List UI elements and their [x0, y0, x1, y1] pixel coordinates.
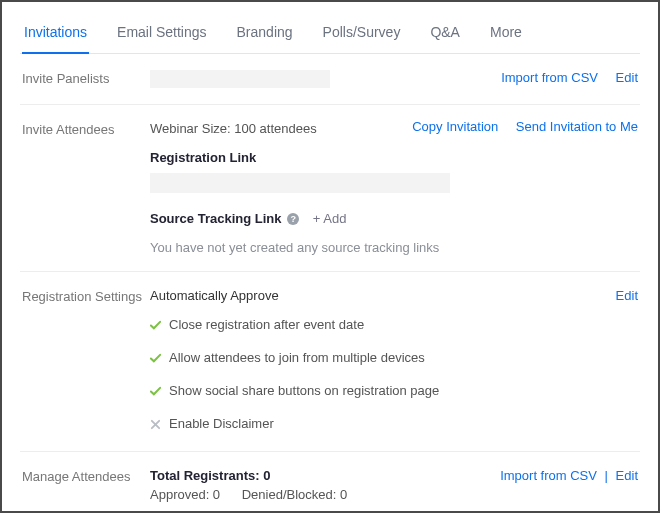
tab-branding[interactable]: Branding: [235, 16, 295, 54]
info-icon[interactable]: ?: [287, 213, 299, 225]
opt-close-registration: Close registration after event date: [150, 317, 602, 332]
edit-registration[interactable]: Edit: [616, 288, 638, 303]
total-registrants-label: Total Registrants:: [150, 468, 260, 483]
tab-email-settings[interactable]: Email Settings: [115, 16, 208, 54]
tab-invitations[interactable]: Invitations: [22, 16, 89, 54]
label-invite-attendees: Invite Attendees: [22, 121, 150, 255]
section-invite-panelists: Invite Panelists Import from CSV Edit: [20, 54, 640, 105]
tab-qa[interactable]: Q&A: [428, 16, 462, 54]
approved-count: Approved: 0: [150, 487, 220, 502]
import-panelists-csv[interactable]: Import from CSV: [501, 70, 598, 85]
check-icon: [150, 385, 161, 396]
opt-multi-device: Allow attendees to join from multiple de…: [150, 350, 602, 365]
x-icon: [150, 418, 161, 429]
tab-more[interactable]: More: [488, 16, 524, 54]
registration-link-redacted: [150, 173, 450, 193]
tab-polls[interactable]: Polls/Survey: [321, 16, 403, 54]
label-registration-settings: Registration Settings: [22, 288, 150, 435]
check-icon: [150, 319, 161, 330]
section-invite-attendees: Invite Attendees Webinar Size: 100 atten…: [20, 105, 640, 272]
registration-link-label: Registration Link: [150, 150, 256, 165]
opt-text: Close registration after event date: [169, 317, 364, 332]
opt-disclaimer: Enable Disclaimer: [150, 416, 602, 431]
tabs-bar: Invitations Email Settings Branding Poll…: [20, 12, 640, 54]
panelists-redacted: [150, 70, 330, 88]
label-invite-panelists: Invite Panelists: [22, 70, 150, 88]
opt-social-share: Show social share buttons on registratio…: [150, 383, 602, 398]
separator: |: [605, 468, 608, 483]
opt-text: Show social share buttons on registratio…: [169, 383, 439, 398]
check-icon: [150, 352, 161, 363]
send-invitation-me[interactable]: Send Invitation to Me: [516, 119, 638, 134]
edit-attendees[interactable]: Edit: [616, 468, 638, 483]
import-attendees-csv[interactable]: Import from CSV: [500, 468, 597, 483]
section-registration-settings: Registration Settings Automatically Appr…: [20, 272, 640, 452]
total-registrants-value: 0: [263, 468, 270, 483]
webinar-size: Webinar Size: 100 attendees: [150, 121, 398, 136]
source-tracking-label: Source Tracking Link: [150, 211, 282, 226]
denied-count: Denied/Blocked: 0: [242, 487, 348, 502]
registration-mode: Automatically Approve: [150, 288, 602, 303]
opt-text: Allow attendees to join from multiple de…: [169, 350, 425, 365]
no-tracking-msg: You have not yet created any source trac…: [150, 240, 638, 255]
copy-invitation[interactable]: Copy Invitation: [412, 119, 498, 134]
edit-panelists[interactable]: Edit: [616, 70, 638, 85]
opt-text: Enable Disclaimer: [169, 416, 274, 431]
label-manage-attendees: Manage Attendees: [22, 468, 150, 502]
add-tracking-link[interactable]: + Add: [313, 211, 347, 226]
section-manage-attendees: Manage Attendees Total Registrants: 0 Ap…: [20, 452, 640, 513]
